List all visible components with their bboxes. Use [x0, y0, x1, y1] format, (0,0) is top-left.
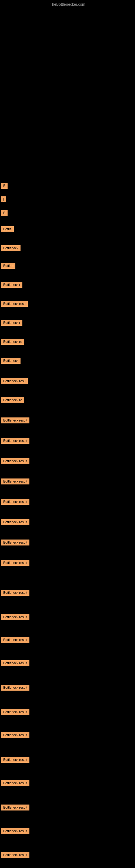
- bottleneck-badge-row: Bottleneck re: [1, 397, 24, 404]
- bottleneck-badge: Bottlen: [1, 263, 15, 269]
- bottleneck-badge: Bottleneck result: [1, 805, 30, 810]
- bottleneck-badge-row: Bottleneck result: [1, 757, 30, 764]
- bottleneck-badge-row: |: [1, 196, 6, 204]
- bottleneck-badge: B: [1, 210, 8, 216]
- bottleneck-badge: Bottleneck result: [1, 757, 30, 763]
- bottleneck-badge: |: [1, 196, 6, 203]
- bottleneck-badge-row: Bottleneck result: [1, 458, 30, 465]
- bottleneck-badge-row: B: [1, 210, 8, 217]
- bottleneck-badge: Bottleneck result: [1, 478, 30, 485]
- bottleneck-badge: Bottleneck re: [1, 397, 24, 403]
- bottleneck-badge-row: Bottleneck resu: [1, 301, 28, 308]
- bottleneck-badge: Bottleneck resu: [1, 301, 28, 307]
- bottleneck-badge-row: Bottleneck result: [1, 539, 30, 547]
- bottleneck-badge: Bottleneck result: [1, 828, 30, 834]
- bottleneck-badge-row: Bottleneck result: [1, 614, 30, 621]
- bottleneck-badge-row: Bottleneck result: [1, 805, 30, 812]
- bottleneck-badge-row: Bottleneck result: [1, 519, 30, 526]
- bottleneck-badge: B: [1, 183, 8, 189]
- bottleneck-badge-row: B: [1, 183, 8, 190]
- bottleneck-badge: Bottleneck result: [1, 590, 30, 596]
- site-title: TheBottlenecker.com: [0, 0, 135, 6]
- bottleneck-badge-row: Bottleneck result: [1, 709, 30, 716]
- bottleneck-badge-row: Bottleneck: [1, 245, 20, 252]
- bottleneck-badge: Bottleneck result: [1, 438, 30, 444]
- bottleneck-badge: Bottleneck result: [1, 852, 30, 858]
- bottleneck-badge-row: Bottleneck result: [1, 828, 30, 835]
- bottleneck-badge-row: Bottleneck re: [1, 339, 24, 346]
- bottleneck-badge: Bottleneck result: [1, 685, 30, 691]
- bottleneck-badge-row: Bottleneck result: [1, 685, 30, 692]
- bottleneck-badge: Bottleneck result: [1, 614, 30, 620]
- bottleneck-badge: Bottleneck result: [1, 519, 30, 525]
- bottleneck-badge-row: Bottleneck result: [1, 417, 30, 425]
- bottleneck-badge: Bottleneck result: [1, 539, 30, 546]
- bottleneck-badge: Bottle: [1, 226, 14, 232]
- bottleneck-badge-row: Bottle: [1, 226, 14, 233]
- bottleneck-badge-row: Bottleneck result: [1, 780, 30, 787]
- bottleneck-badge: Bottleneck result: [1, 560, 30, 566]
- bottleneck-badge: Bottleneck result: [1, 780, 30, 786]
- bottleneck-badge-row: Bottleneck result: [1, 499, 30, 506]
- bottleneck-badge-row: Bottleneck: [1, 358, 20, 365]
- bottleneck-badge-row: Bottleneck result: [1, 852, 30, 859]
- bottleneck-badge-row: Bottleneck result: [1, 438, 30, 445]
- bottleneck-badge: Bottleneck result: [1, 660, 30, 666]
- bottleneck-badge: Bottleneck result: [1, 499, 30, 505]
- page-wrapper: TheBottlenecker.com B|BBottleBottleneckB…: [0, 0, 135, 868]
- bottleneck-badge-row: Bottleneck result: [1, 732, 30, 739]
- bottleneck-badge-row: Bottleneck result: [1, 478, 30, 486]
- bottleneck-badge-row: Bottleneck result: [1, 660, 30, 667]
- bottleneck-badge-row: Bottleneck resu: [1, 378, 28, 385]
- bottleneck-badge: Bottleneck result: [1, 637, 30, 643]
- bottleneck-badge-row: Bottleneck r: [1, 282, 22, 289]
- bottleneck-badge: Bottleneck re: [1, 339, 24, 345]
- bottleneck-badge: Bottleneck: [1, 358, 20, 364]
- bottleneck-badge: Bottleneck result: [1, 709, 30, 715]
- bottleneck-badge-row: Bottleneck result: [1, 560, 30, 567]
- bottleneck-badge-row: Bottleneck result: [1, 637, 30, 644]
- bottleneck-badge: Bottleneck result: [1, 417, 30, 424]
- bottleneck-badge: Bottleneck r: [1, 320, 22, 326]
- bottleneck-badge-row: Bottleneck r: [1, 320, 22, 327]
- bottleneck-badge: Bottleneck resu: [1, 378, 28, 384]
- bottleneck-badge: Bottleneck result: [1, 458, 30, 464]
- bottleneck-badge: Bottleneck r: [1, 282, 22, 288]
- bottleneck-badge: Bottleneck result: [1, 732, 30, 738]
- bottleneck-badge-row: Bottlen: [1, 263, 15, 270]
- bottleneck-badge-row: Bottleneck result: [1, 590, 30, 597]
- bottleneck-badge: Bottleneck: [1, 245, 20, 251]
